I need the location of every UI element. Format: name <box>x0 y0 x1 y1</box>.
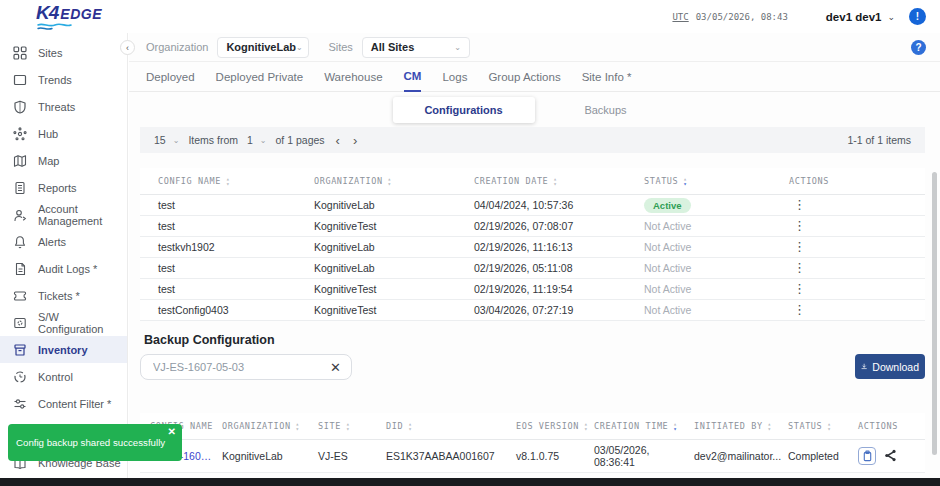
col-did[interactable]: DID▴▾ <box>382 413 512 439</box>
kebab-menu-icon[interactable]: ⋮ <box>789 302 810 317</box>
sidebar-item-hub[interactable]: Hub <box>0 120 127 147</box>
next-page-icon[interactable]: › <box>351 134 359 147</box>
sites-select[interactable]: All Sites ⌄ <box>362 37 470 58</box>
sidebar-item-sites[interactable]: Sites <box>0 39 127 66</box>
sidebar-item-threats[interactable]: Threats <box>0 93 127 120</box>
kebab-menu-icon[interactable]: ⋮ <box>789 218 810 233</box>
tab-site-info[interactable]: Site Info * <box>582 71 632 91</box>
sidebar-item-label: Alerts <box>38 236 66 248</box>
sidebar-item-label: Content Filter * <box>38 398 111 410</box>
col-status[interactable]: STATUS▴▾ <box>640 168 785 194</box>
subtab-backups[interactable]: Backups <box>535 97 677 123</box>
chevron-down-icon: ⌄ <box>454 43 461 52</box>
share-icon[interactable] <box>884 449 897 462</box>
chevron-down-icon: ⌄ <box>887 12 895 22</box>
logo-edge-text: EDGE <box>60 6 102 22</box>
subtab-configurations[interactable]: Configurations <box>393 97 535 123</box>
table-row: test KognitiveLab 04/04/2024, 10:57:36 A… <box>140 194 925 215</box>
sort-icon: ▴▾ <box>346 421 350 431</box>
sidebar-item-audit-logs[interactable]: Audit Logs * <box>0 255 127 282</box>
col-actions: ACTIONS <box>854 413 925 439</box>
toast-close-icon[interactable]: ✕ <box>168 426 176 437</box>
organization-select[interactable]: KognitiveLab ⌄ <box>217 37 309 58</box>
organization-label: Organization <box>146 41 208 53</box>
hub-icon <box>13 127 27 141</box>
filter-bar: Organization KognitiveLab ⌄ Sites All Si… <box>129 33 940 62</box>
main-content: Organization KognitiveLab ⌄ Sites All Si… <box>129 33 940 478</box>
col-organization[interactable]: ORGANIZATION▴▾ <box>218 413 314 439</box>
tab-logs[interactable]: Logs <box>442 71 467 91</box>
sidebar-item-kontrol[interactable]: Kontrol <box>0 363 127 390</box>
tab-deployed-private[interactable]: Deployed Private <box>216 71 304 91</box>
user-name: dev1 dev1 <box>826 11 882 23</box>
kebab-menu-icon[interactable]: ⋮ <box>789 239 810 254</box>
col-organization[interactable]: ORGANIZATION▴▾ <box>310 168 470 194</box>
table-row: test KognitiveTest 02/19/2026, 11:19:54 … <box>140 278 925 299</box>
clear-search-icon[interactable]: ✕ <box>330 361 341 374</box>
copy-icon[interactable] <box>858 447 876 465</box>
sidebar-item-map[interactable]: Map <box>0 147 127 174</box>
prev-page-icon[interactable]: ‹ <box>334 134 342 147</box>
col-creation-date[interactable]: CREATION DATE▴▾ <box>470 168 640 194</box>
tab-group-actions[interactable]: Group Actions <box>488 71 560 91</box>
sidebar-item-reports[interactable]: Reports <box>0 174 127 201</box>
backup-search-input[interactable] <box>151 360 330 374</box>
backups-pagination-bar: 15 ⌄ Items from 1 ⌄ of 1 pages ‹ › 1-1 o… <box>140 127 925 153</box>
col-site[interactable]: SITE▴▾ <box>314 413 382 439</box>
col-creation-time[interactable]: CREATION TIME▴▾ <box>590 413 690 439</box>
sort-icon-active: ▴▾ <box>683 176 687 186</box>
sidebar-item-sw-configuration[interactable]: S/W Configuration <box>0 309 127 336</box>
help-icon[interactable]: ? <box>911 40 926 55</box>
sites-label: Sites <box>328 41 352 53</box>
backup-search-field: ✕ <box>140 354 352 380</box>
page-number-select[interactable]: 1 ⌄ <box>247 134 267 146</box>
backup-configuration-title: Backup Configuration <box>144 333 275 347</box>
table-row: test KognitiveLab 02/19/2026, 05:11:08 N… <box>140 257 925 278</box>
tab-warehouse[interactable]: Warehouse <box>324 71 382 91</box>
status-text: Not Active <box>644 241 691 253</box>
kebab-menu-icon[interactable]: ⋮ <box>789 260 810 275</box>
sidebar-item-trends[interactable]: Trends <box>0 66 127 93</box>
col-config-name[interactable]: CONFIG NAME▴▾ <box>140 168 310 194</box>
table-row: test KognitiveTest 02/19/2026, 07:08:07 … <box>140 215 925 236</box>
table-row: VJ-ES-1607-05- KognitiveLab VJ-ES ES1K37… <box>140 439 925 472</box>
tab-cm[interactable]: CM <box>404 70 422 92</box>
map-icon <box>13 154 27 168</box>
timezone-label[interactable]: UTC <box>672 12 688 22</box>
app-header: K4EDGE UTC 03/05/2026, 08:43 dev1 dev1 ⌄… <box>0 0 940 33</box>
sidebar-item-account-management[interactable]: Account Management <box>0 201 127 228</box>
vertical-scrollbar[interactable] <box>932 172 937 455</box>
sidebar-item-inventory[interactable]: Inventory <box>0 336 127 363</box>
sidebar-item-label: Inventory <box>38 344 88 356</box>
reports-icon <box>13 181 27 195</box>
user-menu[interactable]: dev1 dev1 ⌄ <box>826 11 895 23</box>
tab-bar: Deployed Deployed Private Warehouse CM L… <box>129 62 940 92</box>
sidebar-item-content-filter[interactable]: Content Filter * <box>0 390 127 417</box>
chevron-down-icon: ⌄ <box>296 43 303 52</box>
inventory-icon <box>13 343 27 357</box>
table-header-row: CONFIG NAME▴▾ ORGANIZATION▴▾ SITE▴▾ DID▴… <box>140 413 925 439</box>
tab-deployed[interactable]: Deployed <box>146 71 195 91</box>
col-eos-version[interactable]: EOS VERSION▴▾ <box>512 413 590 439</box>
sidebar-collapse-button[interactable]: ‹ <box>120 40 135 55</box>
kebab-menu-icon[interactable]: ⋮ <box>789 281 810 296</box>
page-size-select[interactable]: 15 ⌄ <box>154 134 179 146</box>
sidebar-item-alerts[interactable]: Alerts <box>0 228 127 255</box>
sidebar-item-tickets[interactable]: Tickets * <box>0 282 127 309</box>
tickets-icon <box>13 289 27 303</box>
threats-icon <box>13 100 27 114</box>
col-initiated-by[interactable]: INITIATED BY▴▾ <box>690 413 784 439</box>
sidebar-item-label: Audit Logs * <box>38 263 97 275</box>
sort-icon: ▴▾ <box>226 176 230 186</box>
col-status[interactable]: STATUS▴▾ <box>784 413 854 439</box>
col-actions: ACTIONS <box>785 168 925 194</box>
table-row: testConfig0403 KognitiveTest 03/04/2026,… <box>140 299 925 320</box>
items-range-label: 1-1 of 1 items <box>847 134 911 146</box>
configurations-table: CONFIG NAME▴▾ ORGANIZATION▴▾ CREATION DA… <box>140 168 925 321</box>
kebab-menu-icon[interactable]: ⋮ <box>789 197 810 212</box>
notification-badge-icon[interactable]: ! <box>909 8 926 25</box>
download-button[interactable]: Download <box>855 354 925 379</box>
subtab-bar: Configurations Backups <box>129 92 940 127</box>
initiated-by-value: dev2@mailinator... <box>694 450 783 462</box>
toast: Config backup shared successfully ✕ <box>8 424 182 461</box>
